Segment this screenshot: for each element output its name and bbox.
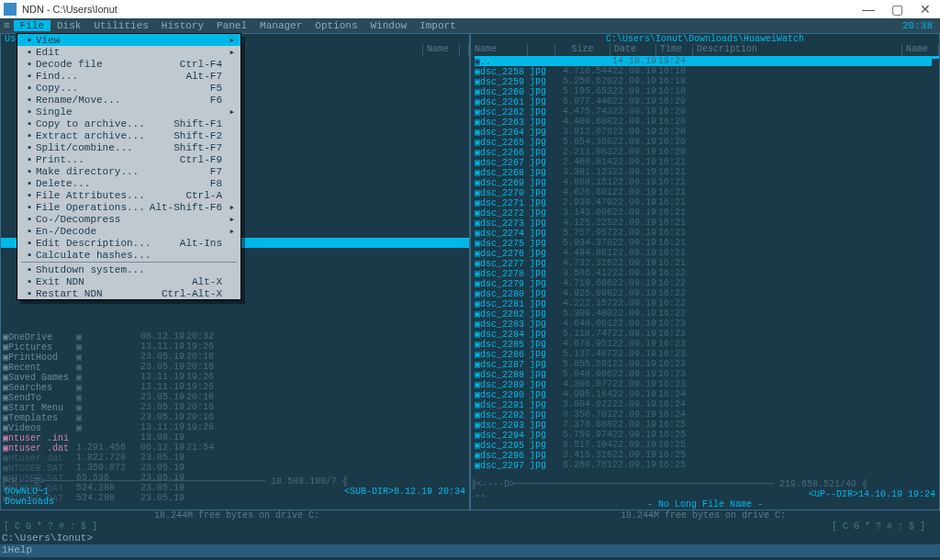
menu-item-view[interactable]: ▪View▸ (17, 34, 241, 46)
menu-file[interactable]: File (14, 20, 50, 31)
menu-utilities[interactable]: Utilities (87, 20, 154, 31)
file-row[interactable]: ▣dsc_2294jpg5.759.97422.09.1916:25 (475, 430, 939, 440)
list-item[interactable]: ▣PrintHood▣23.05.1920:16 (3, 352, 469, 362)
file-row[interactable]: ▣dsc_2278jpg3.586.41222.09.1916:22 (475, 268, 939, 278)
menu-import[interactable]: Import (413, 20, 463, 31)
file-row[interactable]: ▣dsc_2291jpg3.804.02222.09.1916:24 (475, 399, 939, 409)
file-row[interactable]: ▣dsc_2260jpg5.195.65322.09.1916:18 (475, 86, 939, 96)
file-row[interactable]: ▣dsc_2280jpg4.925.09822.09.1916:22 (475, 288, 939, 298)
file-row[interactable]: ▣dsc_2262jpg4.475.74322.09.1916:20 (475, 106, 939, 117)
list-item[interactable]: ▣NTUSER.DAT1.359.87223.05.19 (3, 463, 469, 473)
file-row[interactable]: ▣dsc_2271jpg2.939.47022.09.1916:21 (475, 197, 939, 207)
list-item[interactable]: ▣Recent▣23.05.1920:16 (3, 362, 469, 372)
list-item[interactable]: ▣ntuser .ini13.08.19 (3, 432, 469, 442)
cmd-indicator-left: [ C G * ? # : $ ] (4, 521, 108, 532)
list-item[interactable]: ▣Templates▣23.05.1920:16 (3, 412, 469, 422)
menu-item-make-directory-[interactable]: ▪Make directory...F7 (17, 165, 241, 177)
list-item[interactable]: ▣Searches▣13.11.1919:26 (3, 382, 469, 392)
file-row[interactable]: ▣dsc_2288jpg5.048.00622.09.1916:23 (475, 369, 939, 379)
file-row[interactable]: ▣dsc_2273jpg4.125.22522.09.1916:21 (475, 218, 939, 228)
file-row[interactable]: ▣dsc_2261jpg6.077.44022.09.1916:20 (475, 96, 939, 106)
file-row[interactable]: ▣dsc_2277jpg4.732.32622.09.1916:21 (475, 258, 939, 268)
file-row[interactable]: ▣dsc_2274jpg5.757.95722.09.1916:21 (475, 228, 939, 238)
menu-item-split-combine-[interactable]: ▪Split/combine...Shift-F7 (17, 141, 241, 153)
menu-item-restart-ndn[interactable]: ▪Restart NDNCtrl-Alt-X (17, 287, 241, 299)
menu-item-shutdown-system-[interactable]: ▪Shutdown system... (17, 263, 241, 275)
file-row[interactable]: ▣dsc_2290jpg4.995.16422.09.1916:24 (475, 389, 939, 399)
file-row[interactable]: ▣dsc_2267jpg2.466.81422.09.1916:21 (475, 157, 939, 167)
menu-item-delete-[interactable]: ▪Delete...F8 (17, 177, 241, 189)
file-row[interactable]: ▣dsc_2292jpg8.356.70122.09.1916:24 (475, 409, 939, 420)
file-row[interactable]: ▣dsc_2297jpg6.260.76122.09.1916:25 (475, 460, 939, 470)
menu-item-copy-to-archive-[interactable]: ▪Copy to archive...Shift-F1 (17, 118, 241, 129)
list-item[interactable]: ▣Start Menu▣23.05.1920:16 (3, 402, 469, 412)
scrollbar[interactable] (932, 59, 939, 510)
menu-item-rename-move-[interactable]: ▪Rename/Move...F6 (17, 94, 241, 106)
menu-item-extract-archive-[interactable]: ▪Extract archive...Shift-F2 (17, 129, 241, 141)
file-row[interactable]: ▣dsc_2289jpg4.306.07722.09.1916:23 (475, 379, 939, 389)
list-item[interactable]: ▣Pictures▣13.11.1919:26 (3, 342, 469, 352)
list-item[interactable]: ▣ntuser.dat1.822.72023.05.19 (3, 453, 469, 463)
menu-item-single[interactable]: ▪Single▸ (17, 106, 241, 118)
menu-item-decode-file[interactable]: ▪Decode fileCtrl-F4 (17, 58, 241, 70)
file-row[interactable]: ▣dsc_2287jpg5.855.59122.09.1916:23 (475, 359, 939, 369)
menu-corner[interactable]: ≡ (4, 20, 14, 31)
list-item[interactable]: ▣SendTo▣23.05.1920:16 (3, 392, 469, 402)
file-row[interactable]: ▣dsc_2293jpg7.378.08822.09.1916:25 (475, 420, 939, 430)
menu-window[interactable]: Window (364, 20, 414, 31)
menu-item-file-attributes-[interactable]: ▪File Attributes...Ctrl-A (17, 189, 241, 201)
menu-item-edit[interactable]: ▪Edit▸ (17, 46, 241, 58)
file-row[interactable]: ▣dsc_2281jpg4.222.15722.09.1916:22 (475, 298, 939, 308)
file-row[interactable]: ▣dsc_2266jpg2.211.08322.09.1916:20 (475, 147, 939, 157)
list-item[interactable]: ▣Videos▣13.11.1919:26 (3, 422, 469, 432)
file-row[interactable]: ▣dsc_2263jpg4.409.60822.09.1916:20 (475, 117, 939, 127)
list-item[interactable]: ▣Saved Games▣13.11.1919:26 (3, 372, 469, 382)
file-row[interactable]: ▣dsc_2276jpg4.494.86122.09.1916:21 (475, 248, 939, 258)
right-stats: 219.658.521/40 (779, 479, 856, 489)
updir-row[interactable]: ▣..14.10.1919:24 (475, 56, 939, 66)
file-row[interactable]: ▣dsc_2286jpg5.137.40722.09.1916:23 (475, 349, 939, 359)
menu-item-print-[interactable]: ▪Print...Ctrl-F9 (17, 153, 241, 165)
file-row[interactable]: ▣dsc_2275jpg5.934.37822.09.1916:21 (475, 238, 939, 248)
file-row[interactable]: ▣dsc_2295jpg8.517.10422.09.1916:25 (475, 440, 939, 450)
menu-disk[interactable]: Disk (50, 20, 87, 31)
menu-item-edit-description-[interactable]: ▪Edit Description...Alt-Ins (17, 237, 241, 249)
command-line[interactable]: C:\Users\Ionut> (0, 532, 940, 544)
right-free-space: 18.244M free bytes on drive C: (470, 510, 936, 521)
file-row[interactable]: ▣dsc_2284jpg5.118.74722.09.1916:23 (475, 329, 939, 339)
menu-item-en-decode[interactable]: ▪En-/Decode▸ (17, 225, 241, 237)
file-row[interactable]: ▣dsc_2272jpg3.143.00622.09.1916:21 (475, 207, 939, 218)
col-description: Description (693, 44, 902, 56)
file-row[interactable]: ▣dsc_2259jpg5.250.62022.09.1916:18 (475, 76, 939, 86)
file-row[interactable]: ▣dsc_2279jpg4.719.66622.09.1916:22 (475, 278, 939, 288)
list-item[interactable]: ▣ntuser .dat1.291.45606.12.1921:54 (3, 442, 469, 453)
file-row[interactable]: ▣dsc_2283jpg4.648.00122.09.1916:23 (475, 319, 939, 329)
left-selected-short: DOWNLO~1 (5, 487, 49, 497)
menu-item-co-decompress[interactable]: ▪Co-/Decompress▸ (17, 213, 241, 225)
close-button[interactable]: ✕ (920, 2, 931, 17)
col-date: Date (610, 44, 656, 56)
file-row[interactable]: ▣dsc_2282jpg5.309.48022.09.1916:22 (475, 308, 939, 319)
list-item[interactable]: ▣OneDrive▣08.12.1920:32 (3, 331, 469, 342)
file-row[interactable]: ▣dsc_2258jpg4.710.54422.09.1916:18 (475, 66, 939, 76)
help-bar[interactable]: 1Help (0, 544, 940, 557)
file-row[interactable]: ▣dsc_2296jpg3.415.32622.09.1916:25 (475, 450, 939, 460)
file-row[interactable]: ▣dsc_2265jpg5.054.30022.09.1916:20 (475, 137, 939, 147)
menu-item-file-operations-[interactable]: ▪File Operations...Alt-Shift-F6▸ (17, 201, 241, 213)
menu-item-find-[interactable]: ▪Find...Alt-F7 (17, 70, 241, 82)
menu-item-exit-ndn[interactable]: ▪Exit NDNAlt-X (17, 275, 241, 287)
minimize-button[interactable]: — (862, 2, 875, 17)
menu-item-calculate-hashes-[interactable]: ▪Calculate hashes... (17, 249, 241, 261)
maximize-button[interactable]: ▢ (891, 2, 903, 17)
menu-options[interactable]: Options (308, 20, 364, 31)
menu-manager[interactable]: Manager (253, 20, 308, 31)
file-row[interactable]: ▣dsc_2269jpg4.868.15122.09.1916:21 (475, 177, 939, 187)
file-row[interactable]: ▣dsc_2264jpg3.012.07922.09.1916:20 (475, 127, 939, 137)
file-row[interactable]: ▣dsc_2268jpg3.391.12322.09.1916:21 (475, 167, 939, 177)
file-row[interactable]: ▣dsc_2270jpg4.626.60122.09.1916:21 (475, 187, 939, 197)
file-row[interactable]: ▣dsc_2285jpg4.678.95122.09.1916:23 (475, 339, 939, 349)
col-size: Size (555, 44, 610, 56)
menu-history[interactable]: History (155, 20, 210, 31)
menu-item-copy-[interactable]: ▪Copy...F5 (17, 82, 241, 94)
menu-panel[interactable]: Panel (210, 20, 253, 31)
